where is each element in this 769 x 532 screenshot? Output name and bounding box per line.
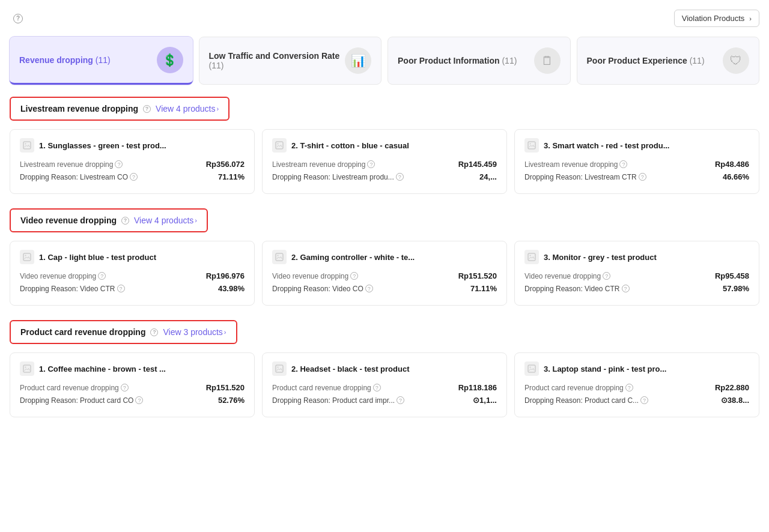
section-title-productcard: Product card revenue dropping xyxy=(20,327,145,337)
metric-help-icon[interactable]: ? xyxy=(603,272,610,280)
product-metric-label: Livestream revenue dropping ? xyxy=(524,160,627,169)
reason-help-icon[interactable]: ? xyxy=(130,173,138,181)
product-metric-value: Rp151.520 xyxy=(206,383,245,392)
product-reason-row: Dropping Reason: Livestream produ... ? 2… xyxy=(272,172,497,181)
reason-help-icon[interactable]: ? xyxy=(135,396,143,404)
product-metric-value: Rp48.486 xyxy=(715,160,749,169)
reason-help-icon[interactable]: ? xyxy=(396,173,404,181)
product-metric-value: Rp118.186 xyxy=(458,383,497,392)
svg-rect-14 xyxy=(276,365,283,372)
section-productcard: Product card revenue dropping ? View 3 p… xyxy=(10,320,759,417)
svg-point-13 xyxy=(25,367,26,368)
violation-products-button[interactable]: Violation Products › xyxy=(674,10,759,27)
product-card: 2. Headset - black - test product Produc… xyxy=(262,352,507,417)
tab-label-traffic: Low Traffic and Conversion Rate (11) xyxy=(209,51,345,70)
tab-experience[interactable]: Poor Product Experience (11) 🛡 xyxy=(577,37,760,85)
metric-help-icon[interactable]: ? xyxy=(625,384,633,391)
product-reason-label: Dropping Reason: Video CTR ? xyxy=(20,285,125,293)
tab-label-experience: Poor Product Experience (11) xyxy=(587,56,705,65)
metric-help-icon[interactable]: ? xyxy=(350,272,358,280)
product-reason-value: 43.98% xyxy=(218,284,245,293)
product-title-row: 3. Laptop stand - pink - test pro... xyxy=(524,361,749,376)
product-metric-value: Rp356.072 xyxy=(206,160,245,169)
product-metric-value: Rp145.459 xyxy=(458,160,497,169)
product-title-row: 1. Cap - light blue - test product xyxy=(20,250,245,264)
view-products-link-productcard[interactable]: View 3 products › xyxy=(163,327,226,337)
product-reason-value: 57.98% xyxy=(723,284,749,293)
product-reason-value: ⊙38.8... xyxy=(721,396,749,405)
product-metric-row: Livestream revenue dropping ? Rp356.072 xyxy=(20,160,245,169)
product-title-row: 2. Gaming controller - white - te... xyxy=(272,250,497,264)
reason-help-icon[interactable]: ? xyxy=(639,173,646,181)
metric-help-icon[interactable]: ? xyxy=(373,384,381,391)
tab-revenue[interactable]: Revenue dropping (11) 💲 xyxy=(10,37,193,85)
reason-help-icon[interactable]: ? xyxy=(365,285,373,292)
product-title-row: 2. Headset - black - test product xyxy=(272,361,497,376)
title-help-icon[interactable]: ? xyxy=(13,14,23,23)
product-name: 1. Sunglasses - green - test prod... xyxy=(39,141,166,150)
product-reason-value: 52.76% xyxy=(218,396,245,405)
tab-content-experience: Poor Product Experience (11) xyxy=(587,56,705,65)
product-title-row: 3. Monitor - grey - test product xyxy=(524,250,749,264)
svg-point-1 xyxy=(25,144,26,145)
view-products-link-video[interactable]: View 4 products › xyxy=(134,216,197,225)
product-metric-row: Video revenue dropping ? Rp151.520 xyxy=(272,271,497,280)
product-name: 3. Laptop stand - pink - test pro... xyxy=(544,364,666,373)
tab-count-info: (11) xyxy=(502,56,517,65)
product-reason-row: Dropping Reason: Video CTR ? 43.98% xyxy=(20,284,245,293)
metric-help-icon[interactable]: ? xyxy=(98,272,106,280)
metric-help-icon[interactable]: ? xyxy=(121,384,129,391)
product-reason-value: 71.11% xyxy=(470,284,497,293)
product-reason-label: Dropping Reason: Product card impr... ? xyxy=(272,396,404,405)
product-title-row: 1. Sunglasses - green - test prod... xyxy=(20,138,245,153)
reason-help-icon[interactable]: ? xyxy=(397,396,404,404)
product-metric-label: Video revenue dropping ? xyxy=(272,272,358,280)
products-grid-livestream: 1. Sunglasses - green - test prod... Liv… xyxy=(10,129,759,194)
reason-help-icon[interactable]: ? xyxy=(117,285,125,292)
section-help-icon-video[interactable]: ? xyxy=(121,217,129,225)
metric-help-icon[interactable]: ? xyxy=(619,160,627,168)
product-metric-row: Video revenue dropping ? Rp95.458 xyxy=(524,271,749,280)
product-thumbnail xyxy=(272,250,287,264)
section-header-video: Video revenue dropping ? View 4 products… xyxy=(10,208,208,232)
product-reason-row: Dropping Reason: Video CTR ? 57.98% xyxy=(524,284,749,293)
product-name: 2. T-shirt - cotton - blue - casual xyxy=(291,141,409,150)
svg-rect-12 xyxy=(23,365,31,372)
product-card: 1. Sunglasses - green - test prod... Liv… xyxy=(10,129,255,194)
product-thumbnail xyxy=(20,361,34,376)
svg-rect-4 xyxy=(528,142,535,149)
product-thumbnail xyxy=(272,138,287,153)
tab-traffic[interactable]: Low Traffic and Conversion Rate (11) 📊 xyxy=(199,37,382,85)
product-reason-value: 24,... xyxy=(479,172,497,181)
section-help-icon-livestream[interactable]: ? xyxy=(143,105,151,113)
view-chevron-icon: › xyxy=(224,328,226,336)
section-header-livestream: Livestream revenue dropping ? View 4 pro… xyxy=(10,97,229,121)
product-card: 1. Cap - light blue - test product Video… xyxy=(10,241,255,306)
product-thumbnail xyxy=(272,361,287,376)
section-help-icon-productcard[interactable]: ? xyxy=(150,328,158,336)
metric-help-icon[interactable]: ? xyxy=(115,160,123,168)
tab-info[interactable]: Poor Product Information (11) 🗒 xyxy=(388,37,571,85)
product-reason-label: Dropping Reason: Video CTR ? xyxy=(524,285,630,293)
metric-help-icon[interactable]: ? xyxy=(367,160,375,168)
product-reason-label: Dropping Reason: Livestream CO ? xyxy=(20,173,138,181)
view-chevron-icon: › xyxy=(195,217,197,224)
product-thumbnail xyxy=(20,250,34,264)
svg-point-3 xyxy=(278,144,279,145)
page-header: ? Violation Products › xyxy=(10,10,759,27)
product-metric-value: Rp95.458 xyxy=(715,271,749,280)
view-products-link-livestream[interactable]: View 4 products › xyxy=(156,104,219,113)
tab-label-info: Poor Product Information (11) xyxy=(398,56,517,65)
tab-content-info: Poor Product Information (11) xyxy=(398,56,517,65)
product-card: 3. Monitor - grey - test product Video r… xyxy=(514,241,759,306)
product-reason-value: 71.11% xyxy=(218,172,245,181)
product-reason-label: Dropping Reason: Livestream CTR ? xyxy=(524,173,646,181)
product-metric-label: Product card revenue dropping ? xyxy=(20,384,129,392)
product-metric-label: Product card revenue dropping ? xyxy=(524,384,633,392)
product-reason-label: Dropping Reason: Livestream produ... ? xyxy=(272,173,404,181)
reason-help-icon[interactable]: ? xyxy=(622,285,630,292)
product-metric-value: Rp151.520 xyxy=(458,271,497,280)
reason-help-icon[interactable]: ? xyxy=(640,396,648,404)
products-grid-productcard: 1. Coffee machine - brown - test ... Pro… xyxy=(10,352,759,417)
product-reason-row: Dropping Reason: Product card C... ? ⊙38… xyxy=(524,396,749,405)
